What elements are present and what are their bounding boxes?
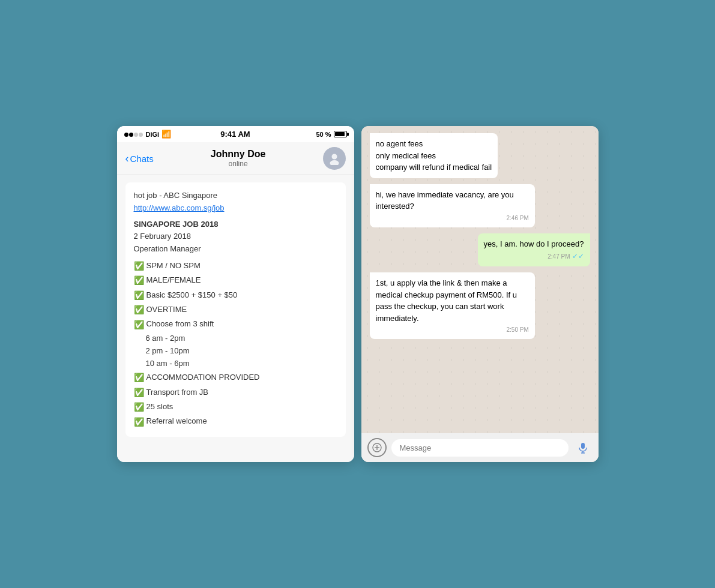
item-3-text: Basic $2500 + $150 + $50: [146, 289, 238, 302]
message-input[interactable]: [391, 439, 569, 457]
phones-container: DiGi 📶 9:41 AM 50 % ‹ Chats Johnny Doe o…: [117, 126, 599, 462]
msg-2: hi, we have immediate vacancy, are you i…: [370, 184, 535, 227]
job-items: ✅ SPM / NO SPM ✅ MALE/FEMALE ✅ Basic $25…: [134, 259, 337, 428]
wifi-icon: 📶: [161, 130, 171, 139]
shifts: 6 am - 2pm 2 pm - 10pm 10 am - 6pm: [134, 332, 337, 370]
check-item-1: ✅ SPM / NO SPM: [134, 259, 337, 272]
check-icon-7: ✅: [134, 386, 144, 399]
status-bar-right: 50 %: [316, 131, 346, 138]
back-chevron-icon: ‹: [125, 153, 129, 164]
job-title-text: hot job - ABC Singapore: [134, 191, 217, 200]
check-icon-1: ✅: [134, 259, 144, 272]
contact-avatar: [323, 147, 346, 170]
item-5-text: Choose from 3 shift: [146, 318, 214, 331]
back-label: Chats: [130, 154, 154, 164]
item-4-text: OVERTIME: [146, 304, 187, 316]
item-8-text: 25 slots: [146, 401, 173, 413]
job-link[interactable]: http://www.abc.com.sg/job: [134, 203, 225, 212]
msg-4: 1st, u apply via the link & then make a …: [370, 272, 535, 339]
status-bar-left: DiGi 📶 9:41 AM 50 %: [117, 126, 354, 142]
check-item-9: ✅ Referral welcome: [134, 415, 337, 428]
item-9-text: Referral welcome: [146, 415, 207, 428]
msg-1: no agent feesonly medical feescompany wi…: [370, 133, 498, 178]
contact-name: Johnny Doe: [211, 149, 266, 160]
msg-3-time-value: 2:47 PM: [548, 252, 570, 261]
signal-dots: [124, 131, 143, 138]
job-title-line: SINGAPORE JOB 2018: [134, 218, 337, 231]
msg-2-text: hi, we have immediate vacancy, are you i…: [376, 189, 529, 212]
shift-2: 2 pm - 10pm: [146, 345, 337, 358]
msg-3-time: 2:47 PM ✓✓: [484, 251, 584, 262]
check-icon-2: ✅: [134, 274, 144, 287]
contact-info: Johnny Doe online: [211, 149, 266, 168]
status-bar-carrier: DiGi 📶: [124, 130, 172, 139]
check-icon-4: ✅: [134, 303, 144, 316]
shift-3: 10 am - 6pm: [146, 358, 337, 370]
battery-percent: 50 %: [316, 131, 331, 138]
check-item-8: ✅ 25 slots: [134, 400, 337, 413]
check-item-6: ✅ ACCOMMODATION PROVIDED: [134, 371, 337, 384]
chat-body-left: hot job - ABC Singapore http://www.abc.c…: [117, 175, 354, 462]
back-button[interactable]: ‹ Chats: [125, 153, 154, 164]
check-icon-3: ✅: [134, 289, 144, 302]
item-6-text: ACCOMMODATION PROVIDED: [146, 371, 260, 384]
contact-status: online: [229, 160, 248, 168]
msg-3-text: yes, I am. how do I proceed?: [484, 238, 584, 250]
check-item-4: ✅ OVERTIME: [134, 303, 337, 316]
check-item-7: ✅ Transport from JB: [134, 386, 337, 399]
mic-button[interactable]: [573, 438, 593, 457]
item-2-text: MALE/FEMALE: [146, 274, 201, 287]
wa-chat-body: no agent feesonly medical feescompany wi…: [361, 126, 599, 433]
upload-button[interactable]: [367, 438, 387, 457]
svg-point-1: [330, 160, 339, 165]
wa-input-bar: [361, 433, 599, 462]
msg-1-text: no agent feesonly medical feescompany wi…: [376, 138, 492, 173]
svg-point-0: [331, 154, 337, 160]
item-1-text: SPM / NO SPM: [146, 260, 201, 272]
check-icon-6: ✅: [134, 371, 144, 384]
msg-2-time: 2:46 PM: [376, 214, 529, 223]
svg-rect-5: [581, 443, 585, 449]
item-7-text: Transport from JB: [146, 386, 209, 399]
check-item-5: ✅ Choose from 3 shift: [134, 318, 337, 331]
check-item-2: ✅ MALE/FEMALE: [134, 274, 337, 287]
carrier-label: DiGi: [146, 131, 160, 138]
job-card-title: hot job - ABC Singapore http://www.abc.c…: [134, 190, 337, 215]
left-phone: DiGi 📶 9:41 AM 50 % ‹ Chats Johnny Doe o…: [117, 126, 354, 462]
check-icon-8: ✅: [134, 400, 144, 413]
msg-3: yes, I am. how do I proceed? 2:47 PM ✓✓: [478, 233, 590, 267]
job-position: Operation Manager: [134, 243, 337, 256]
job-card: hot job - ABC Singapore http://www.abc.c…: [125, 182, 346, 437]
check-icon-9: ✅: [134, 415, 144, 428]
battery-icon: [334, 131, 347, 137]
job-date: 2 February 2018: [134, 230, 337, 243]
msg-4-time: 2:50 PM: [376, 325, 529, 334]
msg-4-text: 1st, u apply via the link & then make a …: [376, 277, 529, 324]
right-phone: no agent feesonly medical feescompany wi…: [361, 126, 599, 462]
status-time: 9:41 AM: [220, 130, 250, 139]
double-check-icon: ✓✓: [572, 251, 584, 262]
check-icon-5: ✅: [134, 318, 144, 331]
check-item-3: ✅ Basic $2500 + $150 + $50: [134, 289, 337, 302]
chat-header: ‹ Chats Johnny Doe online: [117, 142, 354, 175]
shift-1: 6 am - 2pm: [146, 332, 337, 345]
